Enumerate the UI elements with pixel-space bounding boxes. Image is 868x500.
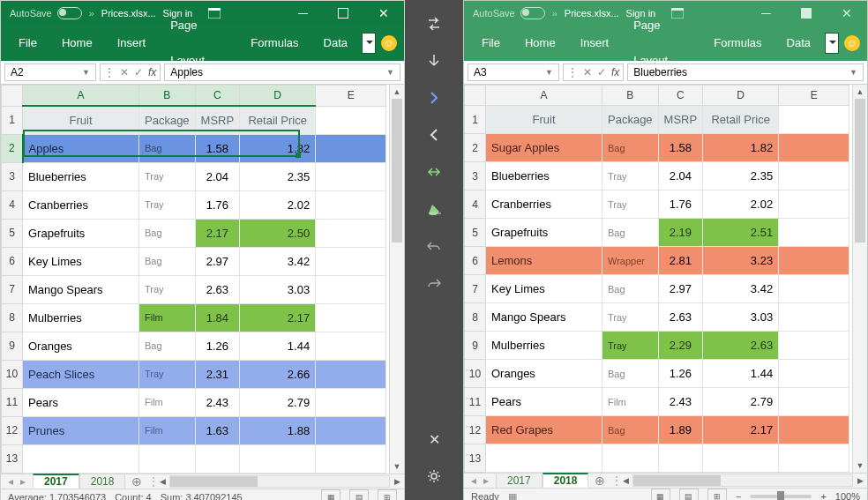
row-header[interactable]: 13 — [2, 444, 23, 473]
table-row[interactable]: 3BlueberriesTray2.042.35 — [465, 162, 849, 190]
cell-msrp[interactable]: 1.76 — [658, 190, 703, 219]
cell[interactable] — [316, 162, 386, 190]
cell-package[interactable]: Wrapper — [602, 247, 659, 275]
cell[interactable] — [316, 416, 386, 444]
cell-package[interactable]: Tray — [602, 190, 659, 219]
cell-package[interactable]: Bag — [602, 219, 659, 247]
cell-retail[interactable]: 2.63 — [703, 332, 779, 360]
fx-icon[interactable]: fx — [148, 66, 156, 78]
table-header-cell[interactable]: Retail Price — [703, 106, 779, 134]
cell-retail[interactable]: 2.35 — [703, 162, 779, 190]
zoom-out-button[interactable]: − — [736, 491, 741, 500]
cell-retail[interactable]: 1.44 — [703, 360, 779, 388]
cell-msrp[interactable]: 2.31 — [195, 360, 240, 388]
vertical-scrollbar[interactable]: ▲ ▼ — [852, 85, 867, 473]
zoom-slider[interactable] — [750, 495, 812, 498]
view-normal-icon[interactable]: ▦ — [651, 489, 670, 500]
cell[interactable] — [486, 444, 602, 473]
cell-fruit[interactable]: Cranberries — [486, 190, 602, 219]
chevron-right-icon[interactable] — [422, 88, 446, 108]
cell-fruit[interactable]: Peach Slices — [23, 360, 139, 388]
cell-retail[interactable]: 2.02 — [240, 190, 316, 219]
row-header[interactable]: 6 — [2, 247, 23, 275]
table-row[interactable]: 9MulberriesTray2.292.63 — [465, 332, 849, 360]
cell-fruit[interactable]: Cranberries — [23, 190, 139, 219]
row-header[interactable]: 6 — [465, 247, 486, 275]
view-page-icon[interactable]: ▤ — [679, 489, 699, 500]
cell-package[interactable]: Tray — [602, 162, 659, 190]
table-row[interactable]: 11PearsFilm2.432.79 — [465, 388, 849, 416]
cell-package[interactable]: Tray — [139, 275, 196, 303]
ribbon-tab-data[interactable]: Data — [776, 26, 821, 61]
cell[interactable] — [195, 444, 240, 473]
toggle-pill[interactable] — [57, 7, 82, 19]
enter-icon[interactable]: ✓ — [134, 66, 143, 78]
row-header[interactable]: 13 — [465, 444, 486, 473]
cell-package[interactable]: Tray — [139, 162, 196, 190]
cell[interactable] — [658, 444, 703, 473]
chevron-down-icon[interactable]: ▼ — [82, 68, 90, 77]
table-header-cell[interactable]: Fruit — [23, 106, 139, 134]
cell-retail[interactable]: 2.35 — [240, 162, 316, 190]
cell-fruit[interactable]: Blueberries — [486, 162, 602, 190]
sheet-tab-2017[interactable]: 2017 — [33, 474, 79, 489]
feedback-smiley-icon[interactable]: ☺ — [844, 35, 860, 51]
cell[interactable] — [316, 106, 386, 134]
cell[interactable] — [779, 388, 849, 416]
column-header-E[interactable]: E — [779, 86, 849, 106]
column-header-C[interactable]: C — [195, 86, 240, 107]
horizontal-scrollbar[interactable]: ◀ ▶ — [155, 474, 404, 489]
name-box[interactable]: A2 ▼ — [4, 63, 96, 81]
table-row[interactable]: 12PrunesFilm1.631.88 — [2, 416, 386, 444]
table-row[interactable]: 9OrangesBag1.261.44 — [2, 332, 386, 360]
cell-retail[interactable]: 1.88 — [240, 416, 316, 444]
add-sheet-button[interactable]: ⊕ — [125, 474, 148, 489]
cell-fruit[interactable]: Oranges — [486, 360, 602, 388]
table-row[interactable]: 10OrangesBag1.261.44 — [465, 360, 849, 388]
scroll-left-icon[interactable]: ◀ — [155, 477, 169, 486]
sheet-table[interactable]: ABCDE1FruitPackageMSRPRetail Price2Sugar… — [464, 85, 849, 473]
autosave-toggle[interactable]: AutoSave — [473, 7, 545, 19]
swap-icon[interactable] — [422, 14, 446, 34]
cell-msrp[interactable]: 1.58 — [195, 134, 240, 162]
cell[interactable] — [779, 219, 849, 247]
cell-retail[interactable]: 3.42 — [703, 275, 779, 303]
options-icon[interactable]: ⋮ — [567, 66, 578, 78]
cell-msrp[interactable]: 2.97 — [195, 247, 240, 275]
feedback-smiley-icon[interactable]: ☺ — [381, 35, 397, 51]
cell[interactable] — [779, 162, 849, 190]
cell[interactable] — [779, 360, 849, 388]
fx-icon[interactable]: fx — [611, 66, 619, 78]
sheet-table[interactable]: ABCDE1FruitPackageMSRPRetail Price2Apple… — [1, 85, 386, 474]
cell-fruit[interactable]: Pears — [23, 388, 139, 416]
table-row[interactable]: 7Key LimesBag2.973.42 — [465, 275, 849, 303]
table-row[interactable]: 8MulberriesFilm1.842.17 — [2, 303, 386, 332]
cell[interactable] — [779, 275, 849, 303]
cell[interactable] — [316, 360, 386, 388]
cell-retail[interactable]: 1.44 — [240, 332, 316, 360]
cell-fruit[interactable]: Mango Spears — [23, 275, 139, 303]
autosave-toggle[interactable]: AutoSave — [10, 7, 82, 19]
table-row[interactable]: 6LemonsWrapper2.813.23 — [465, 247, 849, 275]
cell-package[interactable]: Bag — [602, 416, 659, 444]
formula-input[interactable]: Blueberries ▼ — [627, 63, 864, 81]
table-row[interactable]: 6Key LimesBag2.973.42 — [2, 247, 386, 275]
maximize-button[interactable] — [323, 1, 363, 26]
cell-msrp[interactable]: 2.29 — [658, 332, 703, 360]
row-header[interactable]: 9 — [465, 332, 486, 360]
cell[interactable] — [316, 190, 386, 219]
cell[interactable] — [139, 444, 196, 473]
ribbon-tab-formulas[interactable]: Formulas — [703, 26, 772, 61]
cell[interactable] — [779, 416, 849, 444]
cell-msrp[interactable]: 1.84 — [195, 303, 240, 332]
view-normal-icon[interactable]: ▦ — [321, 489, 340, 501]
cell-msrp[interactable]: 2.43 — [658, 388, 703, 416]
ribbon-tab-home[interactable]: Home — [51, 26, 103, 61]
row-header[interactable]: 11 — [465, 388, 486, 416]
row-header[interactable]: 3 — [465, 162, 486, 190]
ribbon-dropdown[interactable] — [825, 33, 839, 54]
vertical-scrollbar[interactable]: ▲ ▼ — [389, 85, 404, 474]
cell-package[interactable]: Bag — [139, 247, 196, 275]
scroll-down-icon[interactable]: ▼ — [390, 459, 404, 474]
row-header[interactable]: 9 — [2, 332, 23, 360]
